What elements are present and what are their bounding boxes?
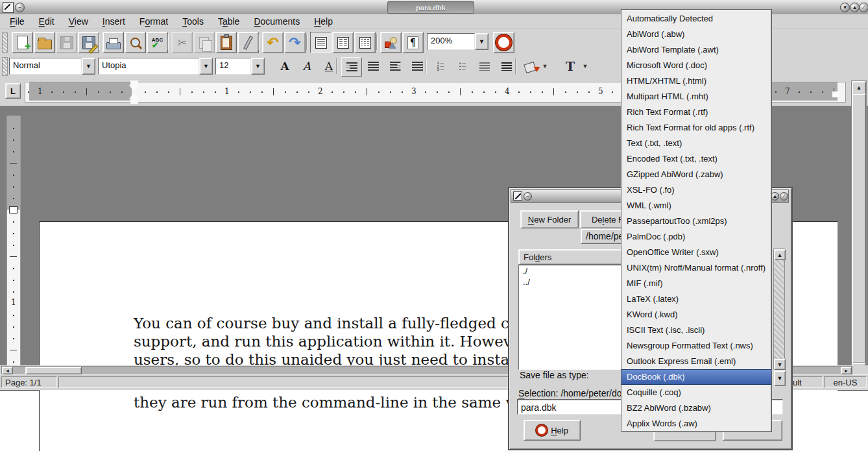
files-scroll-up-button[interactable]: ▲ [774, 249, 786, 260]
highlight-color-button[interactable] [520, 57, 540, 75]
font-color-dropdown[interactable]: ▼ [580, 57, 590, 75]
vertical-ruler[interactable]: 1 [6, 116, 21, 376]
dropdown-item[interactable]: Applix Words (.aw) [621, 416, 771, 432]
toolbar-drag-handle[interactable] [2, 32, 8, 53]
menu-view[interactable]: View [62, 14, 95, 29]
dropdown-item[interactable]: Microsoft Word (.doc) [621, 58, 771, 73]
dropdown-item[interactable]: UNIX(tm) Nroff/Manual format (.nroff) [621, 260, 771, 276]
align-right-button[interactable] [385, 57, 405, 75]
show-formatting-marks-button[interactable]: ¶ [402, 32, 424, 53]
insert-symbol-button[interactable] [380, 32, 402, 53]
help-button[interactable] [493, 32, 514, 53]
dropdown-item[interactable]: KWord (.kwd) [621, 307, 771, 323]
new-document-button[interactable]: + [12, 32, 33, 53]
dropdown-item[interactable]: OpenOffice Writer (.sxw) [621, 245, 771, 260]
minimize-button[interactable]: ▼ [840, 3, 850, 12]
folders-header-button[interactable]: Folders [518, 249, 625, 265]
menu-tools[interactable]: Tools [175, 14, 211, 29]
undo-button[interactable]: ↶ [262, 32, 283, 53]
highlight-color-dropdown[interactable]: ▼ [540, 57, 550, 75]
three-columns-button[interactable] [354, 32, 376, 53]
bullet-list-button[interactable]: • — • — • — [453, 57, 472, 75]
horizontal-scroll-thumb[interactable] [25, 367, 82, 374]
left-indent-base[interactable] [130, 99, 138, 104]
dropdown-item[interactable]: AbiWord (.abw) [621, 27, 771, 42]
maximize-button[interactable]: ▲ [850, 3, 860, 12]
paste-button[interactable] [215, 32, 237, 53]
menu-documents[interactable]: Documents [247, 14, 307, 29]
dropdown-item[interactable]: HTML/XHTML (.html) [621, 73, 771, 89]
zoom-dropdown-arrow[interactable]: ▼ [475, 33, 488, 50]
font-combobox[interactable]: Utopia ▼ [98, 58, 213, 75]
dropdown-item[interactable]: XSL-FO (.fo) [621, 182, 771, 198]
toolbar-drag-handle[interactable] [2, 57, 8, 76]
dialog-window-menu-button[interactable]: − [524, 192, 532, 201]
open-button[interactable] [34, 32, 55, 53]
dropdown-item[interactable]: PassepartoutToo (.xml2ps) [621, 213, 771, 229]
top-margin-marker[interactable] [9, 206, 18, 213]
italic-button[interactable]: A [297, 57, 317, 75]
scroll-up-button[interactable]: ▲ [852, 81, 866, 94]
scroll-left-button[interactable]: ◂ [2, 367, 13, 374]
dropdown-item[interactable]: WML (.wml) [621, 198, 771, 213]
menu-insert[interactable]: Insert [95, 14, 132, 29]
scroll-right-button[interactable]: ▸ [841, 367, 852, 374]
format-painter-button[interactable] [237, 32, 259, 53]
spellcheck-button[interactable]: ABC✔ [147, 32, 168, 53]
dropdown-item[interactable]: LaTeX (.latex) [621, 291, 771, 307]
copy-button[interactable] [193, 32, 215, 53]
folders-list[interactable]: ./../ [518, 265, 626, 370]
align-center-button[interactable] [363, 57, 383, 75]
close-button[interactable]: ∕ [859, 3, 868, 12]
style-combobox[interactable]: Normal ▼ [9, 58, 95, 75]
folder-item[interactable]: ../ [519, 276, 625, 287]
two-columns-button[interactable] [332, 32, 354, 53]
one-column-button[interactable] [310, 32, 332, 53]
numbered-list-button[interactable]: 1 — 2 — 3 — [431, 57, 450, 75]
menu-table[interactable]: Table [211, 14, 247, 29]
tab-stop-selector[interactable]: L [5, 83, 21, 99]
dropdown-item[interactable]: DocBook (.dbk) [621, 369, 771, 385]
menu-format[interactable]: Format [132, 14, 175, 29]
right-indent-marker[interactable] [832, 91, 839, 97]
font-size-dropdown-arrow[interactable]: ▼ [251, 58, 265, 75]
decrease-indent-button[interactable] [475, 57, 494, 75]
increase-indent-button[interactable] [497, 57, 516, 75]
align-left-button[interactable] [341, 57, 362, 77]
vertical-scrollbar[interactable]: ▲ ▼ [851, 80, 867, 376]
dialog-close-button[interactable]: ∕ [780, 192, 788, 201]
dropdown-item[interactable]: GZipped AbiWord (.zabw) [621, 167, 771, 182]
redo-button[interactable]: ↷ [284, 32, 306, 53]
print-preview-button[interactable] [125, 32, 146, 53]
window-menu-button[interactable]: − [15, 3, 25, 12]
save-as-button[interactable] [78, 32, 99, 53]
cut-button[interactable]: ✂ [171, 32, 193, 53]
align-justify-button[interactable] [407, 57, 427, 75]
font-dropdown-arrow[interactable]: ▼ [199, 58, 213, 75]
menu-edit[interactable]: Edit [32, 14, 62, 29]
font-size-combobox[interactable]: 12 ▼ [215, 58, 265, 75]
dropdown-item[interactable]: Newsgroup Formatted Text (.nws) [621, 338, 771, 354]
first-line-indent-marker[interactable] [130, 80, 138, 85]
dropdown-item[interactable]: Rich Text Format (.rtf) [621, 104, 771, 120]
dialog-help-button[interactable]: Help [524, 420, 581, 441]
dropdown-item[interactable]: AbiWord Template (.awt) [621, 42, 771, 58]
vertical-scroll-thumb[interactable] [852, 93, 866, 363]
save-button[interactable] [56, 32, 77, 53]
zoom-combobox[interactable]: 200% ▼ [427, 33, 488, 50]
dropdown-item[interactable]: PalmDoc (.pdb) [621, 229, 771, 245]
folder-item[interactable]: ./ [519, 265, 625, 276]
dropdown-item[interactable]: MIF (.mif) [621, 276, 771, 291]
print-button[interactable] [102, 32, 124, 53]
file-type-combo-arrow[interactable]: ▼ [774, 371, 786, 386]
new-folder-button[interactable]: New Folder [520, 210, 579, 228]
dropdown-item[interactable]: Rich Text Format for old apps (.rtf) [621, 120, 771, 136]
dropdown-item[interactable]: ISCII Text (.isc, .iscii) [621, 323, 771, 338]
dropdown-item[interactable]: Encoded Text (.txt, .text) [621, 151, 771, 167]
files-scroll-down-button[interactable]: ▼ [774, 359, 786, 370]
font-color-button[interactable]: T [561, 57, 580, 75]
dropdown-item[interactable]: BZ2 AbiWord (.bzabw) [621, 400, 771, 416]
dropdown-item[interactable]: Automatically Detected [621, 11, 771, 27]
dropdown-item[interactable]: Coquille (.coq) [621, 385, 771, 400]
menu-help[interactable]: Help [307, 14, 340, 29]
